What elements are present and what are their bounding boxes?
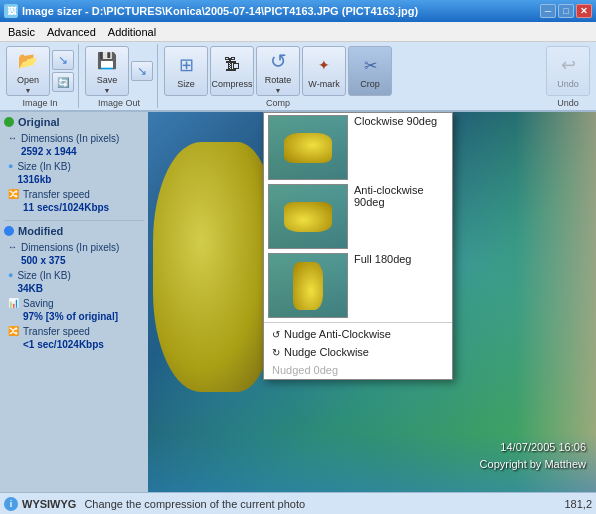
toolbar-group-comp: Size Compress Rotate ▼ W-mark Crop Comp (160, 44, 396, 108)
size-icon (174, 53, 198, 77)
orig-size-row: ● Size (In KB) 1316kb (8, 160, 144, 186)
image-background: 14/07/2005 16:06 Copyright by Matthew Cl… (148, 112, 596, 492)
save-label: Save (97, 75, 118, 85)
comp-label: Comp (266, 98, 290, 108)
status-message: Change the compression of the current ph… (84, 498, 560, 510)
dropdown-180[interactable]: Full 180deg (264, 251, 452, 320)
modified-dot (4, 226, 14, 236)
status-bar: i WYSIWYG Change the compression of the … (0, 492, 596, 514)
maximize-button[interactable]: □ (558, 4, 574, 18)
wmark-label: W-mark (308, 79, 339, 89)
timestamp-text: 14/07/2005 16:06 (480, 439, 586, 456)
mod-saving-label: Saving (23, 297, 118, 310)
tab-advanced[interactable]: Advanced (41, 25, 102, 39)
undo-buttons: Undo (546, 46, 590, 96)
orig-transfer-value: 11 secs/1024Kbps (23, 201, 109, 214)
mod-saving-icon: 📊 (8, 298, 19, 308)
main-image-area: 14/07/2005 16:06 Copyright by Matthew Cl… (148, 112, 596, 492)
mod-transfer-icon: 🔀 (8, 326, 19, 336)
undo-label: Undo (557, 79, 579, 89)
image-in-buttons: Open ▼ 🔄 (6, 46, 74, 96)
nudge-ccw-item[interactable]: ↺ Nudge Anti-Clockwise (264, 325, 452, 343)
close-button[interactable]: ✕ (576, 4, 592, 18)
orig-transfer-row: 🔀 Transfer speed 11 secs/1024Kbps (8, 188, 144, 214)
re-button[interactable]: 🔄 (52, 72, 74, 92)
re-icon: 🔄 (57, 77, 69, 88)
menu-bar: Basic Advanced Additional (0, 22, 596, 42)
tab-basic[interactable]: Basic (2, 25, 41, 39)
thumb-tube-3 (293, 262, 323, 310)
thumb-tube-1 (284, 133, 332, 163)
original-title: Original (18, 116, 60, 128)
open-button[interactable]: Open ▼ (6, 46, 50, 96)
size-label: Size (177, 79, 195, 89)
rotate-dropdown[interactable]: Clockwise 90deg Anti-clockwise 90deg (263, 112, 453, 380)
mod-transfer-value: <1 sec/1024Kbps (23, 338, 104, 351)
tab-additional[interactable]: Additional (102, 25, 162, 39)
status-icon: i (4, 497, 18, 511)
wmark-button[interactable]: W-mark (302, 46, 346, 96)
image-out-label: Image Out (98, 98, 140, 108)
mod-saving-value: 97% [3% of original] (23, 310, 118, 323)
nudge-cw-item[interactable]: ↻ Nudge Clockwise (264, 343, 452, 361)
wysiwyg-label: WYSIWYG (22, 498, 76, 510)
original-dot (4, 117, 14, 127)
panel-divider (4, 220, 144, 221)
small-icon-2 (137, 64, 147, 78)
content-area: Original ↔ Dimensions (In pixels) 2592 x… (0, 112, 596, 492)
status-coords: 181,2 (564, 498, 592, 510)
orig-size-label: Size (In KB) (17, 160, 70, 173)
orig-dim-value: 2592 x 1944 (21, 145, 119, 158)
save-arrow: ▼ (104, 87, 111, 94)
thumb-tube-2 (284, 202, 332, 232)
minimize-button[interactable]: ─ (540, 4, 556, 18)
nudged-0-item: Nudged 0deg (264, 361, 452, 379)
full180-label: Full 180deg (354, 253, 448, 265)
size-button[interactable]: Size (164, 46, 208, 96)
open-label: Open (17, 75, 39, 85)
mod-size-icon: ● (8, 270, 13, 280)
orig-dim-row: ↔ Dimensions (In pixels) 2592 x 1944 (8, 132, 144, 158)
modified-section: Modified ↔ Dimensions (In pixels) 500 x … (4, 225, 144, 351)
orig-size-value: 1316kb (17, 173, 70, 186)
nudge-ccw-label: Nudge Anti-Clockwise (284, 328, 391, 340)
dropdown-divider (264, 322, 452, 323)
undo-group-label: Undo (557, 98, 579, 108)
nudge-ccw-icon: ↺ (272, 329, 280, 340)
rotate-arrow: ▼ (275, 87, 282, 94)
modified-title: Modified (18, 225, 63, 237)
dropdown-cw90[interactable]: Clockwise 90deg (264, 113, 452, 182)
title-bar: 🖼 Image sizer - D:\PICTURES\Konica\2005-… (0, 0, 596, 22)
save-icon (95, 49, 119, 73)
small-icon-1 (58, 53, 68, 67)
small-btn-2[interactable] (131, 61, 153, 81)
crop-label: Crop (360, 79, 380, 89)
nudged-0-label: Nudged 0deg (272, 364, 338, 376)
small-btn-1[interactable] (52, 50, 74, 70)
comp-buttons: Size Compress Rotate ▼ W-mark Crop (164, 46, 392, 96)
undo-icon (556, 53, 580, 77)
rotate-icon (266, 49, 290, 73)
nudge-cw-icon: ↻ (272, 347, 280, 358)
modified-content: ↔ Dimensions (In pixels) 500 x 375 ● Siz… (4, 241, 144, 351)
app-icon: 🖼 (4, 4, 18, 18)
tube-shape (153, 142, 273, 392)
crop-icon (358, 53, 382, 77)
rotate-button[interactable]: Rotate ▼ (256, 46, 300, 96)
compress-label: Compress (211, 79, 252, 89)
thumb-180 (268, 253, 348, 318)
original-content: ↔ Dimensions (In pixels) 2592 x 1944 ● S… (4, 132, 144, 214)
thumb-ccw90 (268, 184, 348, 249)
save-button[interactable]: Save ▼ (85, 46, 129, 96)
image-out-buttons: Save ▼ (85, 46, 153, 96)
dropdown-ccw90[interactable]: Anti-clockwise 90deg (264, 182, 452, 251)
mod-transfer-label: Transfer speed (23, 325, 104, 338)
mod-dim-label: Dimensions (In pixels) (21, 241, 119, 254)
orig-dim-label: Dimensions (In pixels) (21, 132, 119, 145)
compress-button[interactable]: Compress (210, 46, 254, 96)
mod-transfer-row: 🔀 Transfer speed <1 sec/1024Kbps (8, 325, 144, 351)
toolbar-group-image-in: Open ▼ 🔄 Image In (2, 44, 79, 108)
undo-button[interactable]: Undo (546, 46, 590, 96)
open-icon (16, 49, 40, 73)
crop-button[interactable]: Crop (348, 46, 392, 96)
